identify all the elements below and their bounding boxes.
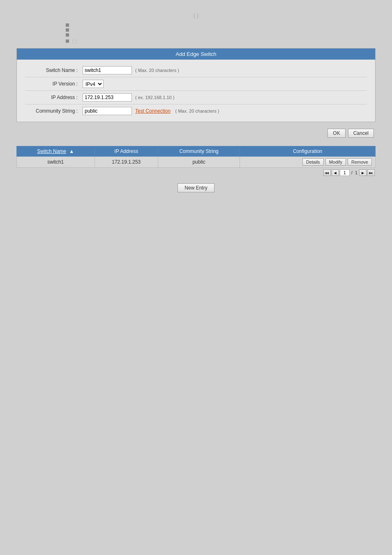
sort-arrow-icon: ▲ <box>69 148 74 154</box>
switch-name-hint: ( Max. 20 characters ) <box>135 68 179 73</box>
community-string-label: Community String : <box>25 108 83 114</box>
dialog-title: Add Edge Switch <box>17 49 375 60</box>
new-entry-button[interactable]: New Entry <box>178 183 214 192</box>
total-pages: 1 <box>355 170 357 175</box>
next-page-button[interactable]: ► <box>359 169 367 176</box>
ip-address-label: IP Address : <box>25 95 83 100</box>
page-separator: / <box>351 170 353 175</box>
col-community-string: Community String <box>158 146 240 157</box>
bg-bullet-2 <box>66 28 69 32</box>
table-section: Switch Name ▲ IP Address Community Strin… <box>16 146 376 178</box>
remove-button[interactable]: Remove <box>348 158 372 166</box>
bg-list-item-2 <box>66 28 376 32</box>
bg-list-item-3 <box>66 33 376 37</box>
bg-bullet-1 <box>66 23 69 27</box>
ip-version-label: IP Version : <box>25 81 83 87</box>
pagination-row: ⏮ ◄ / 1 ► ⏭ <box>16 168 376 178</box>
ok-button[interactable]: OK <box>327 129 345 138</box>
details-button[interactable]: Details <box>302 158 324 166</box>
table-header-row: Switch Name ▲ IP Address Community Strin… <box>17 146 376 157</box>
switch-name-input[interactable] <box>83 66 132 74</box>
bg-bullet-4 <box>66 39 69 43</box>
page-number-input[interactable] <box>340 169 350 176</box>
switch-name-label: Switch Name : <box>25 67 83 73</box>
community-string-input[interactable] <box>83 107 132 115</box>
cancel-button[interactable]: Cancel <box>348 129 374 138</box>
test-connection-link[interactable]: Test Connection <box>135 108 171 114</box>
switch-name-row: Switch Name : ( Max. 20 characters ) <box>25 64 367 77</box>
community-string-row: Community String : Test Connection ( Max… <box>25 104 367 118</box>
bg-list-item-1 <box>66 23 376 27</box>
ip-address-hint: ( ex. 192.168.1.10 ) <box>135 95 174 100</box>
last-page-button[interactable]: ⏭ <box>367 169 375 176</box>
bg-header-text: ( ) <box>16 12 376 18</box>
new-entry-row: New Entry <box>16 183 376 192</box>
table-row: switch1 172.19.1.253 public Details Modi… <box>17 157 376 168</box>
prev-page-button[interactable]: ◄ <box>332 169 339 176</box>
dialog-body: Switch Name : ( Max. 20 characters ) IP … <box>17 60 375 122</box>
bg-list-item-4: ( ) <box>66 38 376 44</box>
cell-community-string: public <box>158 157 240 168</box>
ip-address-input[interactable] <box>83 93 132 102</box>
ip-version-row: IP Version : IPv4 IPv6 <box>25 77 367 91</box>
switch-table: Switch Name ▲ IP Address Community Strin… <box>16 146 376 168</box>
ip-address-row: IP Address : ( ex. 192.168.1.10 ) <box>25 91 367 104</box>
community-string-hint: ( Max. 20 characters ) <box>175 109 219 113</box>
bg-bullet-3 <box>66 33 69 37</box>
first-page-button[interactable]: ⏮ <box>323 169 331 176</box>
background-section: ( ) ( ) <box>16 12 376 44</box>
col-switch-name[interactable]: Switch Name ▲ <box>17 146 95 157</box>
ip-version-select[interactable]: IPv4 IPv6 <box>83 80 104 88</box>
col-ip-address: IP Address <box>95 146 158 157</box>
modify-button[interactable]: Modify <box>325 158 346 166</box>
cell-ip-address: 172.19.1.253 <box>95 157 158 168</box>
col-configuration: Configuration <box>240 146 376 157</box>
cell-switch-name: switch1 <box>17 157 95 168</box>
bg-list: ( ) <box>66 23 376 44</box>
add-edge-switch-dialog: Add Edge Switch Switch Name : ( Max. 20 … <box>16 48 376 122</box>
dialog-buttons: OK Cancel <box>16 129 376 138</box>
cell-configuration: Details Modify Remove <box>240 157 376 168</box>
